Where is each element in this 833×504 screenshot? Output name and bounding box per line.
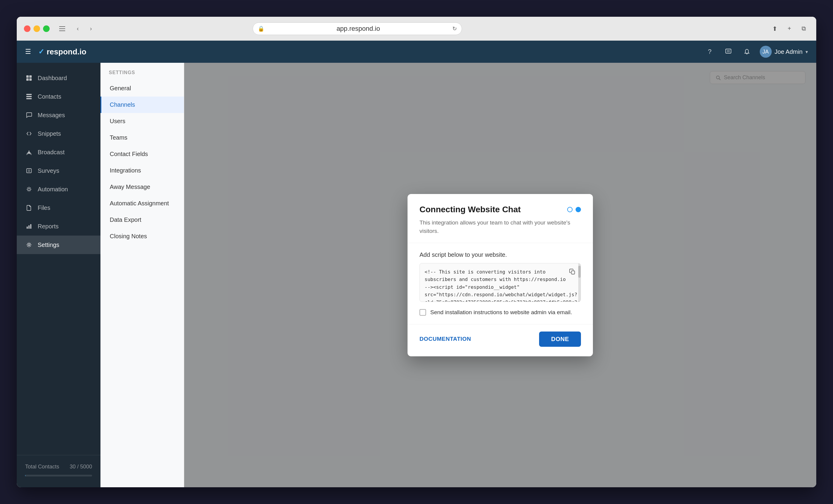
scroll-indicator [578, 263, 581, 302]
svg-rect-10 [26, 94, 32, 95]
bell-button[interactable] [741, 46, 753, 57]
script-text: <!-- This site is converting visitors in… [420, 263, 581, 302]
svg-rect-2 [59, 30, 65, 31]
done-button[interactable]: DONE [539, 332, 581, 347]
new-tab-button[interactable]: + [784, 23, 795, 34]
modal-subtitle: This integration allows your team to cha… [420, 218, 581, 236]
minimize-traffic-light[interactable] [33, 25, 40, 32]
sidebar-item-label: Automation [38, 186, 68, 193]
settings-item-general[interactable]: General [100, 80, 184, 97]
svg-rect-7 [29, 75, 32, 78]
svg-rect-9 [29, 78, 32, 81]
scroll-thumb [578, 266, 581, 278]
sidebar-item-broadcast[interactable]: Broadcast [17, 143, 100, 162]
svg-rect-25 [571, 271, 575, 274]
settings-panel: SETTINGS General Channels Users Teams Co… [100, 63, 184, 487]
app-content: ☰ ✓ respond.io ? [17, 41, 816, 487]
sidebar-item-dashboard[interactable]: Dashboard [17, 69, 100, 87]
lock-icon: 🔒 [258, 25, 264, 32]
sidebar-bottom: Total Contacts 30 / 5000 [17, 455, 100, 481]
surveys-icon [25, 167, 33, 174]
modal-body: Add script below to your website. <!-- T… [407, 243, 593, 324]
settings-item-integrations[interactable]: Integrations [100, 162, 184, 179]
address-bar[interactable]: 🔒 app.respond.io ↻ [253, 22, 462, 35]
header-right: ? JA Joe Admin ▾ [704, 46, 808, 58]
sidebar-item-label: Broadcast [38, 149, 65, 156]
contacts-progress-fill [25, 475, 25, 477]
svg-point-18 [28, 188, 30, 190]
main-content: Search Channels Connecting Website Chat [184, 63, 816, 487]
help-button[interactable]: ? [704, 46, 715, 57]
modal-dialog: Connecting Website Chat This integration… [407, 194, 593, 356]
sidebar-item-surveys[interactable]: Surveys [17, 162, 100, 180]
notes-button[interactable] [723, 46, 734, 57]
sidebar-item-label: Contacts [38, 93, 61, 100]
settings-item-automatic-assignment[interactable]: Automatic Assignment [100, 195, 184, 212]
browser-titlebar: ‹ › 🔒 app.respond.io ↻ ⬆ + ⧉ [17, 17, 816, 41]
url-text: app.respond.io [267, 25, 450, 32]
total-contacts-value: 30 / 5000 [70, 464, 92, 470]
close-traffic-light[interactable] [24, 25, 30, 32]
broadcast-icon [25, 148, 33, 156]
sidebar-item-contacts[interactable]: Contacts [17, 87, 100, 106]
settings-item-channels[interactable]: Channels [100, 97, 184, 113]
svg-rect-21 [30, 224, 31, 229]
sidebar-item-label: Dashboard [38, 75, 67, 81]
copy-script-button[interactable] [567, 266, 578, 277]
browser-window: ‹ › 🔒 app.respond.io ↻ ⬆ + ⧉ ☰ ✓ respond… [17, 17, 816, 487]
sidebar-item-snippets[interactable]: Snippets [17, 124, 100, 143]
script-section-label: Add script below to your website. [420, 251, 581, 258]
browser-actions: ⬆ + ⧉ [770, 23, 809, 34]
settings-icon [25, 241, 33, 249]
modal-step-dots [567, 207, 581, 212]
sidebar-item-automation[interactable]: Automation [17, 180, 100, 198]
forward-button[interactable]: › [86, 23, 96, 34]
email-checkbox-label: Send installation instructions to websit… [430, 309, 572, 316]
sidebar-item-label: Settings [38, 242, 59, 248]
settings-item-data-export[interactable]: Data Export [100, 212, 184, 228]
svg-rect-0 [59, 26, 65, 27]
sidebar-item-label: Snippets [38, 130, 61, 137]
chevron-down-icon: ▾ [806, 49, 808, 55]
snippets-icon [25, 130, 33, 138]
files-icon [25, 204, 33, 212]
browser-nav: ‹ › [72, 23, 96, 34]
svg-rect-1 [59, 28, 65, 29]
svg-rect-20 [28, 225, 30, 229]
app-logo: ✓ respond.io [38, 47, 87, 56]
svg-rect-6 [26, 75, 29, 78]
modal-header: Connecting Website Chat This integration… [407, 194, 593, 243]
tabs-button[interactable]: ⧉ [798, 23, 809, 34]
fullscreen-traffic-light[interactable] [43, 25, 50, 32]
sidebar-item-files[interactable]: Files [17, 198, 100, 217]
settings-item-away-message[interactable]: Away Message [100, 179, 184, 195]
email-checkbox[interactable] [420, 309, 426, 316]
hamburger-icon[interactable]: ☰ [25, 48, 31, 55]
avatar: JA [760, 46, 772, 58]
sidebar-item-messages[interactable]: Messages [17, 106, 100, 124]
modal-footer: DOCUMENTATION DONE [407, 324, 593, 356]
main-layout: Dashboard Contacts [17, 63, 816, 487]
settings-item-contact-fields[interactable]: Contact Fields [100, 146, 184, 162]
step-dot-1 [567, 207, 573, 212]
sidebar-item-reports[interactable]: Reports [17, 217, 100, 236]
contacts-progress-bar-container [25, 475, 92, 477]
share-button[interactable]: ⬆ [770, 23, 780, 34]
settings-item-closing-notes[interactable]: Closing Notes [100, 228, 184, 244]
step-dot-2 [576, 207, 581, 212]
settings-item-users[interactable]: Users [100, 113, 184, 129]
back-button[interactable]: ‹ [72, 23, 83, 34]
modal-title-row: Connecting Website Chat [420, 205, 581, 214]
sidebar-item-label: Surveys [38, 167, 59, 174]
documentation-link[interactable]: DOCUMENTATION [420, 336, 471, 342]
reload-icon[interactable]: ↻ [452, 25, 457, 32]
app-title: respond.io [47, 47, 87, 56]
automation-icon [25, 185, 33, 193]
sidebar-toggle-button[interactable] [57, 23, 68, 34]
modal-overlay[interactable]: Connecting Website Chat This integration… [184, 63, 816, 487]
settings-item-teams[interactable]: Teams [100, 129, 184, 146]
total-contacts-row: Total Contacts 30 / 5000 [17, 459, 100, 475]
user-avatar-area[interactable]: JA Joe Admin ▾ [760, 46, 808, 58]
sidebar-item-settings[interactable]: Settings [17, 236, 100, 254]
total-contacts-label: Total Contacts [25, 464, 59, 470]
